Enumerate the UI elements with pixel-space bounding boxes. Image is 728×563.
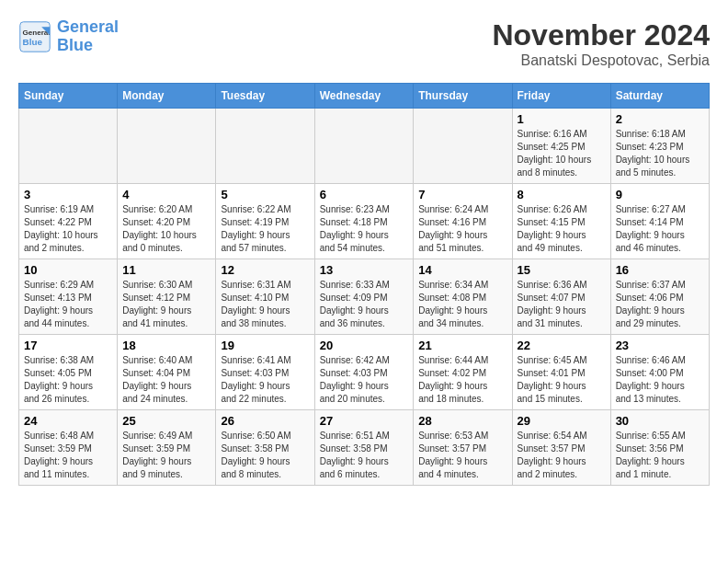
day-number: 24 [24,414,112,428]
day-info: Sunrise: 6:50 AM Sunset: 3:58 PM Dayligh… [221,430,309,481]
month-title: November 2024 [492,18,710,52]
title-section: November 2024 Banatski Despotovac, Serbi… [492,18,710,69]
day-number: 1 [518,112,606,126]
day-info: Sunrise: 6:33 AM Sunset: 4:09 PM Dayligh… [320,279,409,330]
day-info: Sunrise: 6:31 AM Sunset: 4:10 PM Dayligh… [221,279,309,330]
calendar-week-row: 3Sunrise: 6:19 AM Sunset: 4:22 PM Daylig… [19,184,710,259]
day-number: 15 [518,263,606,277]
table-row: 21Sunrise: 6:44 AM Sunset: 4:02 PM Dayli… [414,335,512,410]
table-row [118,109,216,184]
day-number: 23 [616,339,704,352]
day-number: 17 [24,339,112,352]
table-row: 20Sunrise: 6:42 AM Sunset: 4:03 PM Dayli… [314,335,414,410]
day-number: 25 [122,414,210,428]
calendar-week-row: 1Sunrise: 6:16 AM Sunset: 4:25 PM Daylig… [19,109,710,184]
day-number: 7 [418,188,506,201]
page-header: General Blue General Blue November 2024 … [18,18,710,69]
day-number: 21 [418,339,506,352]
day-number: 13 [320,263,409,277]
day-info: Sunrise: 6:40 AM Sunset: 4:04 PM Dayligh… [122,354,210,406]
day-info: Sunrise: 6:22 AM Sunset: 4:19 PM Dayligh… [221,203,309,255]
header-saturday: Saturday [610,84,709,109]
day-info: Sunrise: 6:55 AM Sunset: 3:56 PM Dayligh… [616,430,704,481]
day-info: Sunrise: 6:53 AM Sunset: 3:57 PM Dayligh… [418,430,506,481]
logo-general: General [57,17,119,36]
logo-text: General Blue [57,18,119,55]
table-row: 22Sunrise: 6:45 AM Sunset: 4:01 PM Dayli… [512,335,610,410]
day-info: Sunrise: 6:19 AM Sunset: 4:22 PM Dayligh… [24,203,112,255]
day-number: 22 [518,339,606,352]
day-number: 6 [320,188,409,201]
day-info: Sunrise: 6:16 AM Sunset: 4:25 PM Dayligh… [518,128,606,179]
logo-icon: General Blue [18,20,51,53]
day-info: Sunrise: 6:27 AM Sunset: 4:14 PM Dayligh… [616,203,704,255]
day-number: 30 [616,414,704,428]
calendar-header-row: Sunday Monday Tuesday Wednesday Thursday… [19,84,710,109]
table-row: 28Sunrise: 6:53 AM Sunset: 3:57 PM Dayli… [414,410,512,486]
calendar-week-row: 24Sunrise: 6:48 AM Sunset: 3:59 PM Dayli… [19,410,710,486]
table-row: 4Sunrise: 6:20 AM Sunset: 4:20 PM Daylig… [118,184,216,259]
day-info: Sunrise: 6:34 AM Sunset: 4:08 PM Dayligh… [418,279,506,330]
table-row: 18Sunrise: 6:40 AM Sunset: 4:04 PM Dayli… [118,335,216,410]
table-row: 3Sunrise: 6:19 AM Sunset: 4:22 PM Daylig… [19,184,118,259]
calendar-body: 1Sunrise: 6:16 AM Sunset: 4:25 PM Daylig… [19,109,710,486]
day-number: 20 [320,339,409,352]
table-row: 19Sunrise: 6:41 AM Sunset: 4:03 PM Dayli… [216,335,314,410]
day-info: Sunrise: 6:18 AM Sunset: 4:23 PM Dayligh… [616,128,704,179]
table-row: 13Sunrise: 6:33 AM Sunset: 4:09 PM Dayli… [314,259,414,335]
day-info: Sunrise: 6:41 AM Sunset: 4:03 PM Dayligh… [221,354,309,406]
day-number: 28 [418,414,506,428]
table-row [414,109,512,184]
table-row: 11Sunrise: 6:30 AM Sunset: 4:12 PM Dayli… [118,259,216,335]
table-row: 24Sunrise: 6:48 AM Sunset: 3:59 PM Dayli… [19,410,118,486]
table-row: 23Sunrise: 6:46 AM Sunset: 4:00 PM Dayli… [610,335,709,410]
header-monday: Monday [118,84,216,109]
table-row: 29Sunrise: 6:54 AM Sunset: 3:57 PM Dayli… [512,410,610,486]
calendar-week-row: 10Sunrise: 6:29 AM Sunset: 4:13 PM Dayli… [19,259,710,335]
day-number: 19 [221,339,309,352]
header-friday: Friday [512,84,610,109]
svg-text:Blue: Blue [23,37,43,47]
day-info: Sunrise: 6:26 AM Sunset: 4:15 PM Dayligh… [518,203,606,255]
day-info: Sunrise: 6:29 AM Sunset: 4:13 PM Dayligh… [24,279,112,330]
table-row: 25Sunrise: 6:49 AM Sunset: 3:59 PM Dayli… [118,410,216,486]
table-row [216,109,314,184]
table-row: 9Sunrise: 6:27 AM Sunset: 4:14 PM Daylig… [610,184,709,259]
day-info: Sunrise: 6:20 AM Sunset: 4:20 PM Dayligh… [122,203,210,255]
day-info: Sunrise: 6:46 AM Sunset: 4:00 PM Dayligh… [616,354,704,406]
day-number: 26 [221,414,309,428]
day-number: 2 [616,112,704,126]
table-row: 2Sunrise: 6:18 AM Sunset: 4:23 PM Daylig… [610,109,709,184]
day-number: 11 [122,263,210,277]
day-number: 14 [418,263,506,277]
calendar: Sunday Monday Tuesday Wednesday Thursday… [18,83,710,486]
day-info: Sunrise: 6:24 AM Sunset: 4:16 PM Dayligh… [418,203,506,255]
header-thursday: Thursday [414,84,512,109]
day-info: Sunrise: 6:48 AM Sunset: 3:59 PM Dayligh… [24,430,112,481]
calendar-week-row: 17Sunrise: 6:38 AM Sunset: 4:05 PM Dayli… [19,335,710,410]
table-row: 7Sunrise: 6:24 AM Sunset: 4:16 PM Daylig… [414,184,512,259]
day-info: Sunrise: 6:23 AM Sunset: 4:18 PM Dayligh… [320,203,409,255]
table-row: 12Sunrise: 6:31 AM Sunset: 4:10 PM Dayli… [216,259,314,335]
day-info: Sunrise: 6:36 AM Sunset: 4:07 PM Dayligh… [518,279,606,330]
day-info: Sunrise: 6:37 AM Sunset: 4:06 PM Dayligh… [616,279,704,330]
day-number: 8 [518,188,606,201]
day-info: Sunrise: 6:54 AM Sunset: 3:57 PM Dayligh… [518,430,606,481]
table-row: 14Sunrise: 6:34 AM Sunset: 4:08 PM Dayli… [414,259,512,335]
day-number: 10 [24,263,112,277]
table-row: 8Sunrise: 6:26 AM Sunset: 4:15 PM Daylig… [512,184,610,259]
logo-blue: Blue [57,36,93,54]
day-number: 18 [122,339,210,352]
day-info: Sunrise: 6:44 AM Sunset: 4:02 PM Dayligh… [418,354,506,406]
table-row: 27Sunrise: 6:51 AM Sunset: 3:58 PM Dayli… [314,410,414,486]
table-row: 16Sunrise: 6:37 AM Sunset: 4:06 PM Dayli… [610,259,709,335]
day-number: 5 [221,188,309,201]
table-row: 1Sunrise: 6:16 AM Sunset: 4:25 PM Daylig… [512,109,610,184]
table-row: 5Sunrise: 6:22 AM Sunset: 4:19 PM Daylig… [216,184,314,259]
header-wednesday: Wednesday [314,84,414,109]
location-title: Banatski Despotovac, Serbia [492,52,710,69]
day-number: 3 [24,188,112,201]
day-info: Sunrise: 6:38 AM Sunset: 4:05 PM Dayligh… [24,354,112,406]
header-sunday: Sunday [19,84,118,109]
day-info: Sunrise: 6:45 AM Sunset: 4:01 PM Dayligh… [518,354,606,406]
